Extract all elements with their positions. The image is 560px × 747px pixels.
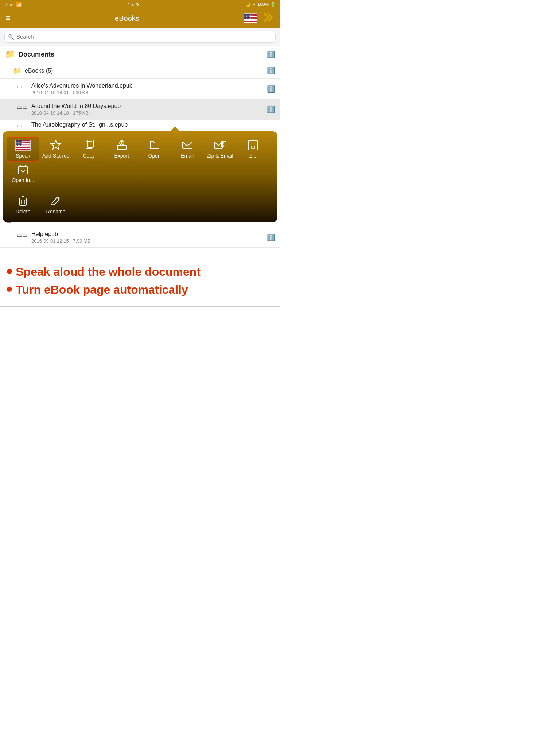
- battery-label: 100%: [257, 2, 269, 7]
- file-meta: 2010-04-15 18:01 - 530 KB: [31, 90, 133, 95]
- ebooks-folder-icon: 📁: [13, 67, 21, 75]
- file-list: 📁 Documents ℹ️ 📁 eBooks (5) ℹ️ ▭▭ Alice'…: [0, 46, 280, 131]
- divider-2: [0, 351, 280, 351]
- documents-folder-icon: 📁: [5, 50, 15, 59]
- epub-icon: ▭▭: [17, 122, 28, 129]
- open-in-label: Open In...: [12, 177, 34, 183]
- list-item[interactable]: ▭▭ Alice's Adventures in Wonderland.epub…: [0, 79, 280, 99]
- rename-button[interactable]: Rename: [39, 193, 72, 217]
- rename-label: Rename: [46, 209, 66, 214]
- promo-line1: Speak aloud the whole document: [16, 264, 201, 280]
- svg-line-48: [51, 205, 54, 205]
- email-label: Email: [181, 153, 194, 159]
- zip-email-icon: [214, 139, 227, 151]
- zip-icon: [247, 139, 259, 151]
- open-in-icon: [17, 164, 29, 175]
- list-item[interactable]: ▭▭ Around the World In 80 Days.epub 2010…: [0, 99, 280, 120]
- search-bar: 🔍: [0, 28, 280, 46]
- file-name: The Autobiography of St. Ign...s.epub: [31, 121, 128, 128]
- svg-marker-22: [51, 140, 61, 149]
- speak-label: Speak: [16, 153, 30, 159]
- menu-button[interactable]: ≡: [6, 13, 11, 23]
- context-menu: ★★★★★★ ★★★★★ ★★★★★★ Speak Add Starred: [3, 131, 277, 222]
- delete-label: Delete: [16, 209, 30, 214]
- svg-rect-5: [244, 20, 257, 21]
- svg-rect-4: [244, 19, 257, 20]
- bluetooth-icon: ✦: [252, 2, 256, 7]
- battery-icon: 🔋: [270, 2, 276, 7]
- file-name: Around the World In 80 Days.epub: [31, 103, 121, 109]
- open-in-button[interactable]: Open In...: [7, 162, 39, 185]
- wifi-icon: 📶: [16, 2, 22, 7]
- status-bar: iPad 📶 15:28 🌙 ✦ 100% 🔋: [0, 0, 280, 9]
- ipad-label: iPad: [4, 2, 14, 7]
- documents-label: Documents: [19, 51, 54, 58]
- open-icon: [149, 139, 160, 151]
- copy-label: Copy: [83, 153, 95, 159]
- help-info-icon[interactable]: ℹ️: [267, 233, 275, 241]
- star-icon: [50, 139, 62, 151]
- svg-rect-15: [16, 146, 31, 147]
- epub-icon: ▭▭: [17, 232, 28, 239]
- promo-line2: Turn eBook page automatically: [16, 282, 188, 298]
- documents-section[interactable]: 📁 Documents ℹ️: [0, 46, 280, 63]
- speak-button[interactable]: ★★★★★★ ★★★★★ ★★★★★★ Speak: [7, 137, 39, 162]
- time-display: 15:28: [128, 2, 140, 7]
- bullet-icon-2: ●: [6, 282, 13, 295]
- ebooks-section[interactable]: 📁 eBooks (5) ℹ️: [0, 63, 280, 79]
- file-meta: 2016-09-01 12:15 - 7.99 MB: [31, 238, 91, 244]
- zip-label: Zip: [249, 153, 256, 159]
- open-label: Open: [148, 153, 161, 159]
- search-input[interactable]: [4, 31, 276, 43]
- svg-rect-6: [244, 22, 257, 23]
- context-menu-row2: Delete Rename: [7, 193, 273, 217]
- nav-title: eBooks: [115, 14, 139, 23]
- add-starred-label: Add Starred: [42, 153, 70, 159]
- file-name: Help.epub: [31, 231, 91, 237]
- epub-icon: ▭▭: [17, 104, 28, 111]
- epub-icon: ▭▭: [17, 83, 28, 90]
- bullet-icon-1: ●: [6, 264, 13, 278]
- zip-email-label: Zip & Email: [207, 153, 233, 159]
- context-menu-row1: ★★★★★★ ★★★★★ ★★★★★★ Speak Add Starred: [7, 137, 273, 185]
- trash-icon: [18, 195, 28, 207]
- copy-button[interactable]: Copy: [73, 137, 105, 161]
- divider-1: [0, 329, 280, 329]
- file-info-icon[interactable]: ℹ️: [267, 105, 275, 113]
- chevron-button[interactable]: [262, 12, 274, 24]
- file-info-icon[interactable]: ℹ️: [267, 85, 275, 93]
- open-button[interactable]: Open: [138, 137, 171, 161]
- svg-rect-25: [117, 145, 126, 150]
- pencil-icon: [50, 195, 61, 207]
- email-icon: [182, 139, 193, 151]
- nav-bar: ≡ eBooks ★★★★★★ ★★★★★ ★★★★★★: [0, 9, 280, 28]
- file-meta: 2010-04-19 14:18 - 175 KB: [31, 110, 121, 116]
- zip-button[interactable]: Zip: [237, 137, 269, 161]
- svg-rect-16: [16, 148, 31, 149]
- svg-text:★★★★★★: ★★★★★★: [16, 144, 25, 146]
- search-icon: 🔍: [8, 34, 14, 40]
- list-item[interactable]: ▭▭ The Autobiography of St. Ign...s.epub: [0, 120, 280, 131]
- context-divider: [7, 189, 273, 189]
- email-button[interactable]: Email: [171, 137, 204, 161]
- list-item[interactable]: ▭▭ Help.epub 2016-09-01 12:15 - 7.99 MB …: [0, 227, 280, 248]
- ebooks-label: eBooks (5): [25, 67, 53, 74]
- export-button[interactable]: Export: [105, 137, 138, 161]
- promo-section: ● Speak aloud the whole document ● Turn …: [0, 255, 280, 307]
- export-icon: [116, 139, 128, 151]
- svg-text:★★★★★★: ★★★★★★: [244, 17, 253, 19]
- svg-rect-17: [16, 150, 31, 150]
- moon-icon: 🌙: [245, 2, 251, 7]
- delete-button[interactable]: Delete: [7, 193, 39, 217]
- flag-button[interactable]: ★★★★★★ ★★★★★ ★★★★★★: [244, 13, 257, 23]
- menu-triangle: [171, 126, 179, 131]
- zip-email-button[interactable]: Zip & Email: [204, 137, 237, 161]
- divider-3: [0, 373, 280, 374]
- add-starred-button[interactable]: Add Starred: [39, 137, 73, 161]
- documents-info-icon[interactable]: ℹ️: [267, 50, 275, 58]
- file-name: Alice's Adventures in Wonderland.epub: [31, 82, 133, 89]
- export-label: Export: [114, 153, 129, 159]
- copy-icon: [83, 139, 95, 151]
- ebooks-info-icon[interactable]: ℹ️: [267, 67, 275, 75]
